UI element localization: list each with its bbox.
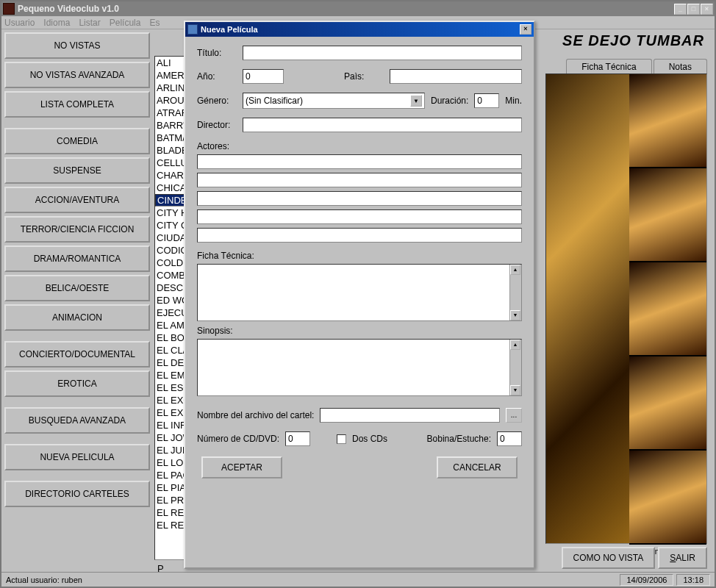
titulo-input[interactable] <box>243 46 522 60</box>
genero-label: Género: <box>197 96 237 106</box>
actores-label: Actores: <box>197 141 522 151</box>
actor-input-2[interactable] <box>197 173 522 187</box>
status-date: 14/09/2006 <box>620 574 673 586</box>
poster-thumb <box>629 262 706 356</box>
titulo-label: Título: <box>197 48 237 58</box>
doscds-label: Dos CDs <box>352 434 387 444</box>
dialog-icon <box>187 24 198 35</box>
duracion-input[interactable] <box>474 93 499 108</box>
sidebar-lista-completa[interactable]: LISTA COMPLETA <box>4 91 150 118</box>
sidebar-comedia[interactable]: COMEDIA <box>4 128 150 154</box>
actor-input-1[interactable] <box>197 154 522 169</box>
chevron-down-icon: ▼ <box>410 95 422 107</box>
sidebar-suspense[interactable]: SUSPENSE <box>4 157 150 184</box>
titlebar: Pequeno Videoclub v1.0 _ □ × <box>1 1 715 16</box>
cartel-input[interactable] <box>320 408 500 423</box>
sidebar-no-vistas[interactable]: NO VISTAS <box>4 32 150 59</box>
actor-input-5[interactable] <box>197 228 522 243</box>
dialog-close-button[interactable]: × <box>520 24 531 35</box>
pais-input[interactable] <box>390 69 522 84</box>
sidebar-nueva-pelicula[interactable]: NUEVA PELICULA <box>4 444 150 470</box>
new-movie-dialog: Nueva Película × Título: Año: Paìs: Géne… <box>184 21 535 569</box>
scrollbar[interactable]: ▲▼ <box>509 265 521 320</box>
menu-listar[interactable]: Listar <box>79 18 100 28</box>
bobina-label: Bobina/Estuche: <box>427 434 491 444</box>
dialog-title: Nueva Película <box>201 25 520 34</box>
sidebar-concierto-documental[interactable]: CONCIERTO/DOCUMENTAL <box>4 341 150 368</box>
minimize-button[interactable]: _ <box>674 4 687 15</box>
app-title: Pequeno Videoclub v1.0 <box>18 4 674 14</box>
sidebar-animacion[interactable]: ANIMACION <box>4 304 150 331</box>
ano-input[interactable] <box>243 69 284 84</box>
como-no-vista-button[interactable]: COMO NO VISTA <box>562 547 656 569</box>
duracion-label: Duración: <box>431 96 468 106</box>
genero-select[interactable]: (Sin Clasificar) ▼ <box>243 93 425 109</box>
ano-label: Año: <box>197 71 237 82</box>
app-icon <box>3 3 15 15</box>
sidebar-directorio-carteles[interactable]: DIRECTORIO CARTELES <box>4 481 150 507</box>
menu-pelicula[interactable]: Película <box>110 18 141 28</box>
aceptar-button[interactable]: ACEPTAR <box>201 456 282 478</box>
director-label: Director: <box>197 120 237 130</box>
director-input[interactable] <box>243 118 522 132</box>
sinopsis-textarea[interactable]: ▲▼ <box>197 339 522 396</box>
sidebar-accion-aventura[interactable]: ACCION/AVENTURA <box>4 187 150 213</box>
poster-thumb <box>629 451 706 545</box>
sidebar-busqueda-avanzada[interactable]: BUSQUEDA AVANZADA <box>4 407 150 434</box>
menu-usuario[interactable]: Usuario <box>4 18 35 28</box>
cartel-label: Nombre del archivo del cartel: <box>197 410 314 420</box>
ficha-textarea[interactable]: ▲▼ <box>197 264 522 321</box>
menu-es[interactable]: Es <box>149 18 160 28</box>
bobina-input[interactable] <box>497 431 522 446</box>
salir-button[interactable]: SALIR <box>658 547 707 569</box>
tab-ficha[interactable]: Ficha Técnica <box>566 59 651 74</box>
tabs: Ficha Técnica Notas <box>566 59 707 74</box>
close-button[interactable]: × <box>701 4 713 15</box>
sidebar: NO VISTASNO VISTAS AVANZADALISTA COMPLET… <box>4 32 151 510</box>
poster-thumb <box>629 168 706 262</box>
scroll-up-icon[interactable]: ▲ <box>510 340 520 350</box>
sidebar-drama-romantica[interactable]: DRAMA/ROMANTICA <box>4 245 150 272</box>
maximize-button[interactable]: □ <box>687 4 700 15</box>
sinopsis-label: Sinopsis: <box>197 326 522 336</box>
poster-thumb <box>629 356 706 451</box>
ficha-label: Ficha Técnica: <box>197 251 522 261</box>
status-time: 13:18 <box>676 574 710 586</box>
poster-panel <box>545 74 707 544</box>
min-label: Min. <box>505 96 522 106</box>
scroll-up-icon[interactable]: ▲ <box>510 265 520 275</box>
scrollbar[interactable]: ▲▼ <box>509 340 521 395</box>
scroll-down-icon[interactable]: ▼ <box>510 310 520 320</box>
poster-thumb <box>629 74 706 168</box>
statusbar: Actual usuario: ruben 14/09/2006 13:18 <box>1 572 715 587</box>
sidebar-no-vistas-avanzada[interactable]: NO VISTAS AVANZADA <box>4 62 150 88</box>
menu-idioma[interactable]: Idioma <box>43 18 70 28</box>
browse-button[interactable]: ... <box>506 408 522 423</box>
sidebar-erotica[interactable]: EROTICA <box>4 370 150 397</box>
pais-label: Paìs: <box>344 71 384 82</box>
cancelar-button[interactable]: CANCELAR <box>437 456 518 478</box>
sidebar-belica-oeste[interactable]: BELICA/OESTE <box>4 275 150 301</box>
actor-input-4[interactable] <box>197 209 522 224</box>
status-user: Actual usuario: ruben <box>6 576 82 584</box>
numcd-label: Número de CD/DVD: <box>197 434 279 444</box>
scroll-down-icon[interactable]: ▼ <box>510 385 520 395</box>
doscds-checkbox[interactable] <box>337 434 346 444</box>
tab-notas[interactable]: Notas <box>654 59 707 74</box>
actor-input-3[interactable] <box>197 191 522 206</box>
dialog-titlebar: Nueva Película × <box>185 22 534 37</box>
sidebar-terror-ciencia-ficcion[interactable]: TERROR/CIENCIA FICCION <box>4 216 150 243</box>
numcd-input[interactable] <box>285 431 310 446</box>
